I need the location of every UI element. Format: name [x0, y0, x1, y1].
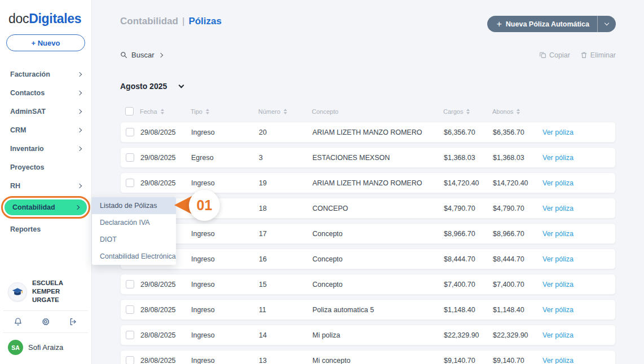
sidebar-item-label: RH	[10, 182, 20, 190]
copy-button[interactable]: Copiar	[539, 51, 570, 59]
column-header-cargos[interactable]: Cargos	[443, 108, 492, 115]
submenu-item-diot[interactable]: DIOT	[92, 231, 176, 248]
cell-cargos: $4,790.70	[444, 205, 493, 212]
cell-numero: 13	[259, 357, 312, 364]
sort-icon	[284, 109, 287, 114]
table-body: 29/08/2025Ingreso20ARIAM LIZETH MANZO RO…	[120, 122, 616, 364]
row-checkbox[interactable]	[126, 305, 134, 314]
ver-poliza-link[interactable]: Ver póliza	[542, 331, 615, 339]
settings-gear-icon[interactable]	[41, 317, 50, 326]
cell-numero: 16	[259, 255, 312, 263]
cell-concepto: ARIAM LIZETH MANZO ROMERO	[312, 179, 444, 187]
annotation-highlight-ring: Contabilidad	[1, 196, 90, 219]
row-checkbox[interactable]	[126, 280, 134, 288]
submenu-item-contabilidad-electronica[interactable]: Contabilidad Electrónica	[92, 248, 176, 265]
cell-abonos: $4,790.70	[493, 205, 542, 212]
ver-poliza-link[interactable]: Ver póliza	[542, 230, 615, 238]
ver-poliza-link[interactable]: Ver póliza	[542, 306, 615, 314]
cell-fecha: 29/08/2025	[140, 154, 191, 162]
search-label: Buscar	[131, 51, 154, 59]
cell-tipo: Egreso	[191, 154, 259, 162]
table-row: 29/08/2025Ingreso19ARIAM LIZETH MANZO RO…	[120, 172, 616, 193]
table-row: 28/08/2025Ingreso11Poliza automatica 5$1…	[120, 299, 616, 320]
app: docDigitales + Nuevo FacturaciónContacto…	[0, 0, 644, 364]
sidebar-item-label: Facturación	[10, 70, 50, 78]
sidebar-item-adminsat[interactable]: AdminSAT	[0, 102, 91, 121]
column-label: Fecha	[140, 108, 157, 115]
cell-cargos: $7,400.70	[444, 281, 493, 288]
sidebar-footer: ESCUELA KEMPER URGATE SA Sofi Araiza	[0, 273, 91, 364]
column-header-abonos[interactable]: Abonos	[492, 108, 542, 115]
sidebar-item-crm[interactable]: CRM	[0, 121, 91, 139]
sidebar-item-label: Reportes	[10, 225, 41, 233]
month-label: Agosto 2025	[120, 82, 167, 91]
submenu-item-declaracion-iva[interactable]: Declaración IVA	[92, 214, 176, 231]
ver-poliza-link[interactable]: Ver póliza	[542, 255, 615, 263]
sidebar-item-reportes[interactable]: Reportes	[0, 220, 91, 238]
ver-poliza-link[interactable]: Ver póliza	[542, 357, 615, 364]
search-toggle[interactable]: Buscar	[120, 51, 162, 59]
toolbar: Buscar Copiar Eliminar	[120, 51, 616, 59]
new-poliza-automatica-button[interactable]: + Nueva Póliza Automática	[487, 16, 616, 32]
organization-row[interactable]: ESCUELA KEMPER URGATE	[0, 273, 91, 310]
chevron-right-icon	[158, 52, 163, 57]
chevron-down-icon	[605, 21, 609, 25]
row-checkbox[interactable]	[126, 179, 134, 187]
cell-tipo: Ingreso	[191, 357, 259, 364]
trash-icon	[580, 51, 588, 59]
cell-abonos: $7,400.70	[493, 281, 542, 288]
cell-abonos: $8,966.70	[493, 230, 542, 238]
column-header-fecha[interactable]: Fecha	[140, 108, 191, 115]
cell-cargos: $6,356.70	[444, 128, 493, 136]
breadcrumb-separator: |	[182, 16, 184, 26]
notifications-bell-icon[interactable]	[14, 317, 23, 326]
page-header: Contabilidad|Pólizas + Nueva Póliza Auto…	[120, 0, 616, 32]
sort-icon	[206, 109, 209, 114]
chevron-down-icon	[179, 83, 184, 88]
cell-concepto: CONCEPO	[312, 205, 444, 212]
cell-tipo: Ingreso	[191, 179, 259, 187]
sidebar-item-contabilidad[interactable]: Contabilidad	[5, 199, 87, 215]
ver-poliza-link[interactable]: Ver póliza	[542, 154, 615, 162]
sidebar-item-label: Contactos	[10, 89, 45, 97]
delete-button[interactable]: Eliminar	[580, 51, 616, 59]
column-header-concepto: Concepto	[312, 108, 443, 115]
sidebar-item-facturacion[interactable]: Facturación	[0, 65, 91, 83]
select-all-checkbox[interactable]	[125, 107, 134, 116]
row-checkbox[interactable]	[126, 128, 134, 136]
organization-avatar	[8, 282, 27, 301]
row-checkbox[interactable]	[126, 153, 134, 162]
cell-abonos: $1,368.03	[493, 154, 542, 162]
sidebar-item-proyectos[interactable]: Proyectos	[0, 158, 91, 176]
cell-concepto: Concepto	[312, 230, 444, 238]
user-row[interactable]: SA Sofi Araiza	[0, 333, 91, 364]
row-actions: Copiar Eliminar	[539, 51, 616, 59]
cell-cargos: $8,444.70	[444, 255, 493, 263]
column-header-numero[interactable]: Número	[258, 108, 312, 115]
column-header-tipo[interactable]: Tipo	[191, 108, 258, 115]
ver-poliza-link[interactable]: Ver póliza	[542, 128, 615, 136]
submenu-item-listado-de-polizas[interactable]: Listado de Pólizas	[92, 197, 176, 214]
cell-cargos: $9,140.70	[444, 357, 493, 364]
cell-numero: 14	[259, 331, 312, 339]
ver-poliza-link[interactable]: Ver póliza	[542, 205, 615, 212]
sidebar: docDigitales + Nuevo FacturaciónContacto…	[0, 0, 92, 364]
ver-poliza-link[interactable]: Ver póliza	[542, 179, 615, 187]
month-selector[interactable]: Agosto 2025	[120, 82, 616, 91]
sidebar-item-inventario[interactable]: Inventario	[0, 139, 91, 158]
cell-numero: 20	[259, 128, 312, 136]
row-checkbox[interactable]	[126, 356, 134, 364]
sidebar-item-rh[interactable]: RH	[0, 176, 91, 195]
row-checkbox[interactable]	[126, 331, 134, 339]
table-row: 28/08/2025Ingreso13Mi concepto$9,140.70$…	[120, 350, 616, 364]
new-poliza-automatica-label: Nueva Póliza Automática	[506, 20, 589, 28]
cell-abonos: $6,356.70	[493, 128, 542, 136]
button-dropdown-toggle[interactable]	[598, 23, 616, 25]
logout-icon[interactable]	[69, 317, 78, 326]
ver-poliza-link[interactable]: Ver póliza	[542, 281, 615, 288]
chevron-right-icon	[77, 146, 82, 150]
cell-abonos: $9,140.70	[493, 357, 542, 364]
sidebar-item-contactos[interactable]: Contactos	[0, 83, 91, 102]
new-button[interactable]: + Nuevo	[6, 34, 85, 51]
page-title: Pólizas	[188, 16, 222, 26]
